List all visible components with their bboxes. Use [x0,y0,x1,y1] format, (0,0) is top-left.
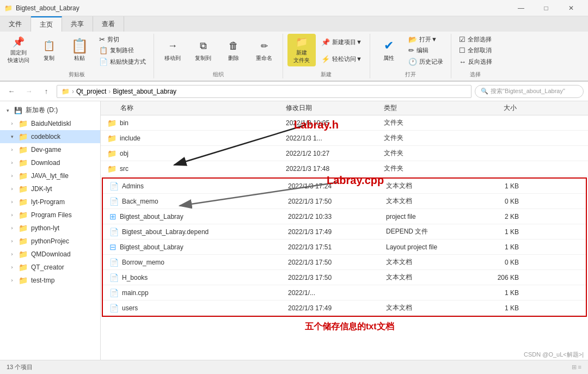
folder-icon: 📁 [107,149,117,158]
tab-file[interactable]: 文件 [0,16,31,32]
view-icons: ⊞ ≡ [572,364,581,371]
up-button[interactable]: ↑ [39,84,53,99]
new-item-button[interactable]: 📌 新建项目▼ [318,37,365,48]
sidebar-item-program-files[interactable]: › 📁 Program Files [0,209,100,222]
sidebar-item-test-tmp[interactable]: › 📁 test-tmp [0,274,100,287]
tab-home[interactable]: 主页 [31,16,62,32]
sidebar-item-python-lyt[interactable]: › 📁 python-lyt [0,222,100,235]
rename-button[interactable]: ✏ 重命名 [250,34,278,66]
tab-share[interactable]: 共享 [62,16,93,32]
new-folder-button[interactable]: 📁 新建文件夹 [287,34,316,66]
file-row-bigtest-proj[interactable]: ⊞ Bigtest_about_Labray 2022/1/2 10:33 pr… [103,209,586,224]
sidebar-item-codeblock[interactable]: ▾ 📁 codeblock [0,130,100,143]
paste-shortcut-button[interactable]: 📄 粘贴快捷方式 [96,57,149,68]
file-date: 2022/1/3 17:50 [288,274,386,281]
file-row-bigtest-layout[interactable]: ⊟ Bigtest_about_Labray 2022/1/3 17:51 La… [103,240,586,255]
cut-button[interactable]: ✂ 剪切 [96,34,149,45]
folder-icon: 📁 [19,211,28,219]
properties-icon: ✔ [381,38,396,53]
file-row-back-memo[interactable]: 📄 Back_memo 2022/1/3 17:50 文本文档 0 KB [103,194,586,209]
file-size: 0 KB [473,259,528,266]
folder-row-bin[interactable]: 📁 bin 2022/1/3 10:05 文件夹 [101,115,588,131]
file-type: 文本文档 [386,197,473,206]
file-type: 文件夹 [384,149,471,158]
open-button[interactable]: 📂 打开▼ [405,34,446,45]
col-header-name[interactable]: 名称 [101,103,286,113]
delete-button[interactable]: 🗑 删除 [219,34,248,66]
invert-selection-button[interactable]: ↔ 反向选择 [456,57,495,68]
close-button[interactable]: ✕ [559,0,584,16]
file-type: 文件夹 [384,164,471,173]
txt-icon: 📄 [109,228,119,236]
col-header-date[interactable]: 修改日期 [286,103,384,113]
folder-row-include[interactable]: 📁 include 2022/1/3 1... 文件夹 [101,131,588,146]
item-count: 13 个项目 [7,363,33,371]
txt-icon: 📄 [109,258,119,267]
tab-view[interactable]: 查看 [93,16,124,32]
sidebar-item-baidunetdisk[interactable]: › 📁 BaiduNetdiskl [0,117,100,130]
file-type: Layout project file [386,243,473,251]
file-name: bin [120,119,128,127]
copy-button[interactable]: 📋 复制 [35,34,63,66]
copy-path-button[interactable]: 📋 复制路径 [96,45,149,56]
file-name: users [122,304,138,312]
open-icon: 📂 [408,35,417,44]
ribbon-group-organize: → 移动到 ⧉ 复制到 🗑 删除 ✏ 重命名 [154,34,283,78]
select-all-button[interactable]: ☑ 全部选择 [456,34,495,45]
file-row-main-cpp[interactable]: 📄 main.cpp 2022/1/... 1 KB [103,285,586,301]
properties-button[interactable]: ✔ 属性 [375,34,403,66]
txt-icon: 📄 [109,304,119,312]
sidebar-item-qt-creator[interactable]: › 📁 QT_creator [0,261,100,274]
file-row-bigtest-depend[interactable]: 📄 Bigtest_about_Labray.depend 2022/1/3 1… [103,224,586,240]
back-button[interactable]: ← [4,84,19,99]
folder-row-src[interactable]: 📁 src 2022/1/3 17:48 文件夹 [101,161,588,176]
folder-row-obj[interactable]: 📁 obj 2022/1/2 10:27 文件夹 [101,146,588,161]
breadcrumb-part2: Bigtest_about_Labray [113,88,176,95]
forward-button[interactable]: → [22,84,36,99]
file-date: 2022/1/2 10:27 [286,150,384,157]
drive-icon: 💾 [14,107,22,114]
status-bar: 13 个项目 ⊞ ≡ [0,360,588,374]
expand-icon: › [9,251,15,257]
folder-icon: 📁 [19,237,28,246]
easy-access-button[interactable]: ⚡ 轻松访问▼ [318,54,365,65]
copy-to-button[interactable]: ⧉ 复制到 [189,34,217,66]
sidebar-item-qmdownload[interactable]: › 📁 QMDownload [0,248,100,261]
folder-icon: 📁 [19,132,28,141]
red-box-group: 📄 Admins 2022/1/3 17:24 文本文档 1 KB 📄 Back… [102,177,587,317]
col-header-size[interactable]: 大小 [471,103,525,113]
txt-icon: 📄 [109,182,119,191]
sidebar-item-python-proj[interactable]: › 📁 pythonProjec [0,235,100,248]
ribbon-group-new: 📁 新建文件夹 📌 新建项目▼ ⚡ 轻松访问▼ 新建 [283,34,370,78]
file-row-h-books[interactable]: 📄 H_books 2022/1/3 17:50 文本文档 206 KB [103,270,586,285]
col-header-type[interactable]: 类型 [384,103,471,113]
search-icon: 🔍 [481,88,488,95]
edit-button[interactable]: ✏ 编辑 [405,45,446,56]
sidebar-item-dev-game[interactable]: › 📁 Dev-game [0,143,100,156]
expand-icon: › [9,186,15,192]
history-button[interactable]: 🕐 历史记录 [405,57,446,68]
file-row-borrow-memo[interactable]: 📄 Borrow_memo 2022/1/3 17:50 文本文档 0 KB [103,255,586,270]
address-path[interactable]: 📁 › Qt_project › Bigtest_about_Labray [57,85,471,98]
sidebar-item-jdk[interactable]: › 📁 JDK-lyt [0,182,100,195]
minimize-button[interactable]: — [509,0,534,16]
sidebar-item-java[interactable]: › 📁 JAVA_lyt_file [0,169,100,182]
select-all-icon: ☑ [459,35,465,44]
file-date: 2022/1/2 10:33 [288,213,386,220]
new-label: 新建 [321,70,332,78]
file-row-admins[interactable]: 📄 Admins 2022/1/3 17:24 文本文档 1 KB [103,179,586,194]
paste-icon: 📋 [72,38,87,53]
file-row-users[interactable]: 📄 users 2022/1/3 17:49 文本文档 1 KB [103,301,586,316]
search-box[interactable]: 🔍 搜索"Bigtest_about_Labray" [475,85,584,98]
sidebar-item-drive-d[interactable]: ▾ 💾 新加卷 (D:) [0,103,100,117]
select-none-button[interactable]: ☐ 全部取消 [456,45,495,56]
folder-icon: 📁 [107,134,117,143]
expand-icon: › [9,160,15,166]
maximize-button[interactable]: □ [534,0,559,16]
paste-button[interactable]: 📋 粘贴 [65,34,94,66]
sidebar-item-lyt-program[interactable]: › 📁 lyt-Program [0,195,100,209]
sidebar-item-download[interactable]: › 📁 Download [0,156,100,169]
move-to-button[interactable]: → 移动到 [158,34,187,66]
invert-icon: ↔ [459,58,466,66]
pin-to-quickaccess-button[interactable]: 📌 固定到快速访问 [4,34,33,66]
